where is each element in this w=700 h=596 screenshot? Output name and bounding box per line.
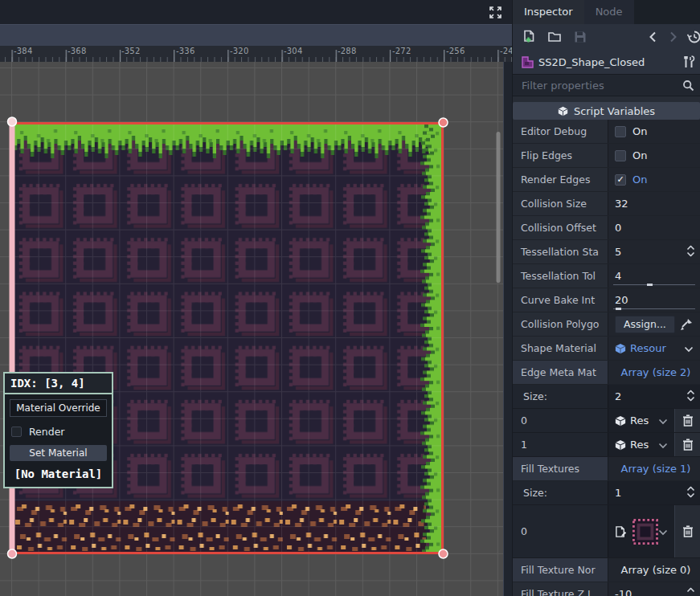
render-edges-checkbox[interactable]: ✓ — [615, 174, 626, 186]
chevron-down-icon[interactable] — [658, 413, 668, 428]
object-icon — [521, 55, 534, 69]
collision-size-field[interactable]: 32 — [615, 198, 628, 210]
section-script-variables[interactable]: Script Variables — [513, 102, 700, 120]
fill-texture-z-index-field[interactable]: -10 — [615, 588, 632, 596]
curve-bake-interval-field[interactable]: 20 — [615, 294, 628, 306]
filter-properties-bar — [513, 74, 700, 96]
property-row: Collision Size 32 — [513, 192, 700, 216]
material-override-button[interactable]: Material Override — [10, 399, 107, 417]
ruler-label: -320 — [230, 47, 249, 55]
new-resource-icon[interactable] — [522, 30, 536, 44]
flip-edges-checkbox[interactable] — [615, 150, 626, 161]
history-icon[interactable] — [687, 30, 700, 44]
spinner-icon[interactable] — [686, 389, 695, 404]
ruler-label: -272 — [392, 47, 411, 55]
edge-item-1-resource[interactable]: Res — [608, 433, 674, 456]
history-forward-icon[interactable] — [665, 30, 680, 44]
edge-item-0-resource[interactable]: Res — [608, 409, 674, 432]
tab-inspector[interactable]: Inspector — [513, 0, 584, 24]
property-label: Fill Texture Nor — [513, 558, 608, 582]
control-point-handle[interactable] — [439, 118, 448, 127]
trash-icon[interactable] — [674, 505, 700, 557]
property-label: Collision Polygo — [513, 312, 608, 336]
property-row: Fill Texture Nor Array (size 0) — [513, 558, 700, 582]
texture-thumbnail[interactable] — [632, 518, 658, 545]
cube-icon — [558, 106, 568, 116]
search-icon — [682, 80, 694, 92]
trash-icon[interactable] — [674, 409, 700, 432]
edge-array-size-field[interactable]: 2 — [615, 390, 621, 402]
resource-cube-icon — [615, 343, 626, 354]
inspector-toolbar — [513, 24, 700, 50]
tessellation-tolerance-field[interactable]: 4 — [615, 270, 621, 282]
viewport-2d: -384 -368 -352 -336 -320 -304 -288 -272 … — [0, 0, 512, 596]
ruler-label: -368 — [68, 47, 87, 55]
array-size-row: Size: 1 — [513, 481, 700, 505]
shape-material-resource[interactable]: Resour — [608, 337, 700, 360]
control-point-handle[interactable] — [8, 549, 17, 558]
property-label: Fill Texture Z I — [513, 582, 608, 596]
spinner-icon[interactable] — [686, 586, 695, 596]
slider-handle[interactable] — [647, 284, 653, 286]
property-label: Flip Edges — [513, 144, 608, 167]
viewport-secondary-toolbar — [0, 24, 512, 46]
property-row: Tessellation Sta 5 — [513, 240, 700, 264]
property-row: Collision Offset 0 — [513, 216, 700, 240]
chevron-down-icon[interactable] — [658, 437, 668, 452]
clear-brush-icon[interactable] — [676, 316, 697, 333]
control-point-handle[interactable] — [8, 117, 17, 126]
tab-node[interactable]: Node — [584, 0, 634, 24]
spinner-icon[interactable] — [686, 244, 695, 259]
property-row: Curve Bake Int 20 — [513, 288, 700, 312]
ruler-label: -240 — [500, 47, 512, 55]
history-back-icon[interactable] — [646, 30, 661, 44]
ruler-label: -256 — [446, 47, 465, 55]
ruler-label: -304 — [284, 47, 303, 55]
inspector-tab-bar: Inspector Node — [513, 0, 700, 24]
viewport-top-bar — [0, 0, 512, 24]
property-label: Shape Material — [513, 337, 608, 360]
render-label: Render — [29, 426, 65, 438]
fill-texture-normals-array-link[interactable]: Array (size 0) — [615, 564, 697, 576]
property-label: Editor Debug — [513, 120, 608, 143]
trash-icon[interactable] — [674, 433, 700, 456]
property-row: Tessellation Tol 4 — [513, 264, 700, 288]
chevron-down-icon[interactable] — [684, 341, 694, 356]
edge-meta-materials-array-link[interactable]: Array (size 2) — [615, 366, 697, 378]
property-label: Render Edges — [513, 168, 608, 191]
property-row: Flip Edges On — [513, 144, 700, 168]
fill-textures-array-link[interactable]: Array (size 1) — [615, 463, 697, 475]
property-label: Edge Meta Mat — [513, 361, 608, 384]
render-checkbox[interactable] — [11, 427, 22, 437]
tools-icon[interactable] — [682, 55, 695, 68]
fill-array-size-field[interactable]: 1 — [615, 487, 621, 499]
spinner-icon[interactable] — [686, 485, 695, 500]
property-row: Render Edges ✓ On — [513, 168, 700, 192]
chevron-down-icon[interactable] — [658, 524, 668, 539]
edit-resource-icon — [615, 525, 626, 538]
tessellation-stages-field[interactable]: 5 — [615, 246, 621, 258]
control-point-handle[interactable] — [439, 549, 448, 558]
property-row: Collision Polygo Assign... — [513, 312, 700, 337]
canvas-2d[interactable] — [0, 62, 512, 596]
horizontal-ruler: -384 -368 -352 -336 -320 -304 -288 -272 … — [0, 46, 512, 62]
filter-properties-input[interactable] — [513, 75, 700, 96]
object-name: SS2D_Shape_Closed — [538, 56, 645, 68]
inspector-panel: Inspector Node — [512, 0, 700, 596]
slider-handle[interactable] — [616, 308, 621, 310]
edited-object-row[interactable]: SS2D_Shape_Closed — [513, 50, 700, 74]
ruler-label: -288 — [338, 47, 357, 55]
folder-icon[interactable] — [547, 30, 562, 44]
array-item-row: 0 Res — [513, 409, 700, 433]
collision-offset-field[interactable]: 0 — [615, 222, 621, 234]
fill-texture-0[interactable] — [608, 505, 674, 557]
vertical-scrollbar-thumb[interactable] — [497, 132, 501, 283]
save-icon[interactable] — [573, 30, 587, 44]
resource-cube-icon — [615, 439, 626, 451]
property-row: Fill Texture Z I -10 — [513, 582, 700, 596]
expand-icon[interactable] — [488, 5, 503, 20]
assign-button[interactable]: Assign... — [615, 316, 675, 333]
editor-debug-checkbox[interactable] — [615, 126, 626, 137]
set-material-button[interactable]: Set Material — [10, 445, 107, 461]
edge-material-popup: IDX: [3, 4] Material Override Render Set… — [3, 372, 113, 488]
